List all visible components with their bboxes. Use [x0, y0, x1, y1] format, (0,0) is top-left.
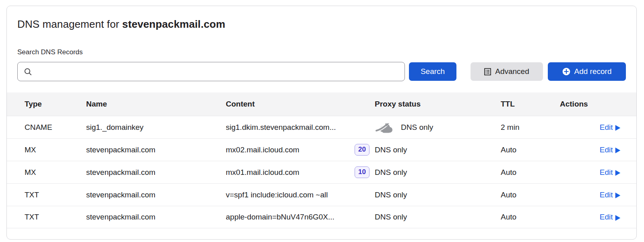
table-row: MX stevenpackmail.com mx02.mail.icloud.c… — [7, 138, 636, 161]
content-cell: v=spf1 include:icloud.com ~all — [226, 191, 375, 199]
edit-label: Edit — [600, 146, 613, 154]
header-type: Type — [7, 100, 86, 109]
content-cell: apple-domain=bNuV47n6G0X... — [226, 213, 375, 221]
proxy-status-cell: DNS only — [375, 168, 501, 177]
actions-cell: Edit▶ — [560, 123, 636, 132]
advanced-button[interactable]: Advanced — [471, 62, 543, 81]
table-row: CNAME sig1._domainkey sig1.dkim.stevenpa… — [7, 116, 636, 138]
type-cell: CNAME — [7, 123, 86, 132]
actions-cell: Edit▶ — [560, 146, 636, 154]
edit-link[interactable]: Edit▶ — [600, 146, 620, 154]
edit-arrow-icon: ▶ — [615, 123, 621, 131]
content-value: v=spf1 include:icloud.com ~all — [226, 191, 328, 199]
proxy-status-label: DNS only — [375, 213, 407, 221]
dns-controls-row: Search Advanced Add record — [17, 62, 626, 81]
edit-link[interactable]: Edit▶ — [600, 213, 620, 221]
ttl-cell: Auto — [501, 146, 560, 154]
ttl-cell: 2 min — [501, 123, 560, 132]
actions-cell: Edit▶ — [560, 168, 636, 177]
name-cell: stevenpackmail.com — [86, 146, 226, 154]
edit-arrow-icon: ▶ — [615, 191, 621, 199]
name-cell: stevenpackmail.com — [86, 168, 226, 177]
search-input[interactable] — [37, 67, 398, 76]
table-header-row: Type Name Content Proxy status TTL Actio… — [7, 92, 636, 116]
header-content: Content — [226, 100, 375, 109]
proxy-status-cell: DNS only — [375, 191, 501, 199]
ttl-cell: Auto — [501, 191, 560, 199]
proxy-status-cell: DNS only — [375, 121, 501, 134]
table-row: TXT stevenpackmail.com v=spf1 include:ic… — [7, 183, 636, 206]
actions-cell: Edit▶ — [560, 213, 636, 221]
edit-arrow-icon: ▶ — [615, 213, 621, 221]
edit-label: Edit — [600, 123, 613, 132]
ttl-cell: Auto — [501, 168, 560, 177]
search-label: Search DNS Records — [17, 48, 626, 56]
edit-label: Edit — [600, 168, 613, 177]
edit-arrow-icon: ▶ — [615, 146, 621, 154]
name-cell: stevenpackmail.com — [86, 191, 226, 199]
dns-records-table: Type Name Content Proxy status TTL Actio… — [7, 92, 636, 228]
dns-only-cloud-icon — [375, 121, 394, 134]
edit-arrow-icon: ▶ — [615, 168, 621, 176]
actions-cell: Edit▶ — [560, 191, 636, 199]
type-cell: MX — [7, 168, 86, 177]
dns-management-card: DNS management for stevenpackmail.com Se… — [6, 6, 637, 240]
add-record-button-label: Add record — [574, 67, 612, 76]
proxy-status-cell: DNS only — [375, 213, 501, 221]
type-cell: TXT — [7, 191, 86, 199]
type-cell: MX — [7, 146, 86, 154]
content-cell: mx01.mail.icloud.com 10 — [226, 166, 375, 178]
name-cell: stevenpackmail.com — [86, 213, 226, 221]
add-record-button[interactable]: Add record — [548, 62, 626, 81]
ttl-cell: Auto — [501, 213, 560, 221]
search-icon — [24, 68, 32, 76]
table-row: TXT stevenpackmail.com apple-domain=bNuV… — [7, 206, 636, 228]
edit-link[interactable]: Edit▶ — [600, 191, 620, 199]
plus-circle-icon — [562, 68, 570, 76]
advanced-list-icon — [484, 68, 491, 76]
edit-label: Edit — [600, 213, 613, 221]
header-proxy-status: Proxy status — [375, 100, 501, 109]
proxy-status-label: DNS only — [375, 146, 407, 154]
edit-link[interactable]: Edit▶ — [600, 123, 620, 132]
search-box[interactable] — [17, 62, 405, 81]
type-cell: TXT — [7, 213, 86, 221]
content-cell: mx02.mail.icloud.com 20 — [226, 144, 375, 155]
header-name: Name — [86, 100, 226, 109]
page-title: DNS management for stevenpackmail.com — [17, 18, 626, 31]
content-value: sig1.dkim.stevenpackmail.com... — [226, 123, 336, 132]
content-value: apple-domain=bNuV47n6G0X... — [226, 213, 334, 221]
table-row: MX stevenpackmail.com mx01.mail.icloud.c… — [7, 161, 636, 183]
proxy-status-label: DNS only — [375, 168, 407, 177]
advanced-button-label: Advanced — [495, 67, 529, 76]
search-button[interactable]: Search — [409, 62, 456, 81]
content-value: mx02.mail.icloud.com — [226, 146, 299, 154]
header-ttl: TTL — [501, 100, 560, 109]
priority-badge: 10 — [355, 166, 369, 178]
proxy-status-label: DNS only — [375, 191, 407, 199]
proxy-status-cell: DNS only — [375, 146, 501, 154]
zone-name: stevenpackmail.com — [122, 18, 225, 30]
content-value: mx01.mail.icloud.com — [226, 168, 299, 177]
proxy-status-label: DNS only — [401, 123, 433, 132]
edit-link[interactable]: Edit▶ — [600, 168, 620, 177]
edit-label: Edit — [600, 191, 613, 199]
priority-badge: 20 — [355, 144, 369, 155]
name-cell: sig1._domainkey — [86, 123, 226, 132]
header-actions: Actions — [560, 100, 636, 109]
content-cell: sig1.dkim.stevenpackmail.com... — [226, 123, 375, 132]
